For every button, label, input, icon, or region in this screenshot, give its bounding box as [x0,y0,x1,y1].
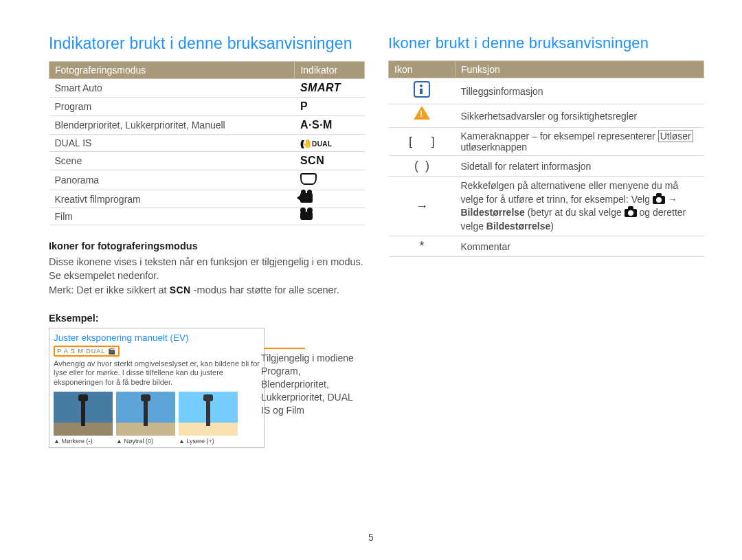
page-number: 5 [0,532,742,543]
table-row: Panorama [49,170,365,190]
arrow-inline-icon: → [665,194,677,205]
text: Rekkefølgen på alternativene eller menye… [461,180,679,205]
p-icon: P [300,100,308,112]
table-row: → Rekkefølgen på alternativene eller men… [389,177,704,236]
example-title: Juster eksponering manuelt (EV) [54,333,260,343]
example-box: Juster eksponering manuelt (EV) P A S M … [49,328,265,448]
table-row: Program P [49,98,365,116]
mode-cell: Program [49,98,295,116]
func-cell: Sikkerhetsadvarsler og forsiktighetsregl… [456,104,704,128]
paren-icon: ( ) [389,156,456,177]
warning-icon [414,106,430,120]
table-row: Tilleggsinformasjon [389,78,704,104]
func-cell: Tilleggsinformasjon [456,78,704,104]
example-text: Avhengig av hvor sterkt omgivelseslyset … [54,359,260,388]
table-row: * Kommentar [389,236,704,257]
mode-cell: DUAL IS [49,135,295,152]
table-row: Film [49,208,365,225]
body-text: Disse ikonene vises i teksten når en fun… [49,256,365,282]
indicators-heading: Indikatorer brukt i denne bruksanvisning… [49,34,365,53]
icons-heading: Ikoner brukt i denne bruksanvisningen [388,34,704,52]
boxed-utloser: Utløser [658,130,693,142]
icons-table: Ikon Funksjon Tilleggsinformasjon Sikker… [388,60,704,257]
subheading-icons-modes: Ikoner for fotograferingsmodus [49,240,365,251]
arrow-icon: → [389,177,456,236]
thumb-darker [54,392,113,436]
col-indicator: Indikator [295,62,365,79]
bold-bildestorrelse: Bildestørrelse [486,221,550,232]
asm-icon: A·S·M [300,119,333,131]
table-row: [ ] Kameraknapper – for eksempel represe… [389,128,704,156]
table-row: Blenderprioritet, Lukkerprioritet, Manue… [49,116,365,135]
mode-cell: Panorama [49,170,295,190]
table-row: ( ) Sidetall for relatert informasjon [389,156,704,177]
example-callout: Tilgjengelig i modiene Program, Blenderp… [261,352,357,416]
cap-darker: ▲ Mørkere (-) [54,438,113,445]
func-cell: Kameraknapper – for eksempel representer… [456,128,704,156]
camera-icon [653,196,665,204]
film-icon [300,212,313,220]
mode-tags: P A S M DUAL 🎬 [54,346,120,357]
mode-cell: Kreativt filmprogram [49,190,295,208]
brackets-icon: [ ] [389,128,456,156]
thumb-neutral [116,392,175,436]
col-mode: Fotograferingsmodus [49,62,295,79]
mode-cell: Smart Auto [49,79,295,98]
bold-bildestorrelse: Bildestørrelse [461,207,525,218]
body-note: Merk: Det er ikke sikkert at SCN -modus … [49,284,365,298]
cap-lighter: ▲ Lysere (+) [179,438,238,445]
scn-icon: SCN [300,155,324,166]
col-icon: Ikon [389,61,456,78]
indicators-table: Fotograferingsmodus Indikator Smart Auto… [49,61,365,225]
text: (betyr at du skal velge [525,207,625,218]
thumb-lighter [179,392,238,436]
panorama-icon [300,173,317,185]
table-row: Kreativt filmprogram [49,190,365,208]
scn-inline-icon: SCN [170,284,191,295]
info-icon [414,81,430,98]
cap-neutral: ▲ Nøytral (0) [116,438,175,445]
mode-cell: Blenderprioritet, Lukkerprioritet, Manue… [49,116,295,135]
camera-icon [625,209,637,217]
dual-is-icon: DUAL [300,140,333,148]
smart-icon: SMART [300,82,341,93]
table-row: Scene SCN [49,152,365,170]
note-post: -modus har støtte for alle scener. [194,284,339,295]
note-pre: Merk: Det er ikke sikkert at [49,284,170,295]
func-cell: Sidetall for relatert informasjon [456,156,704,177]
col-function: Funksjon [456,61,704,78]
table-row: DUAL IS DUAL [49,135,365,152]
mode-cell: Scene [49,152,295,170]
mode-cell: Film [49,208,295,225]
creative-movie-icon [300,193,313,203]
table-row: Smart Auto SMART [49,79,365,98]
star-icon: * [389,236,456,257]
text: utløserknappen [461,142,528,153]
text: Kameraknapper – for eksempel representer… [461,131,658,142]
func-cell: Kommentar [456,236,704,257]
table-row: Sikkerhetsadvarsler og forsiktighetsregl… [389,104,704,128]
func-cell: Rekkefølgen på alternativene eller menye… [456,177,704,236]
text: ) [550,221,554,232]
example-label: Eksempel: [49,313,365,324]
